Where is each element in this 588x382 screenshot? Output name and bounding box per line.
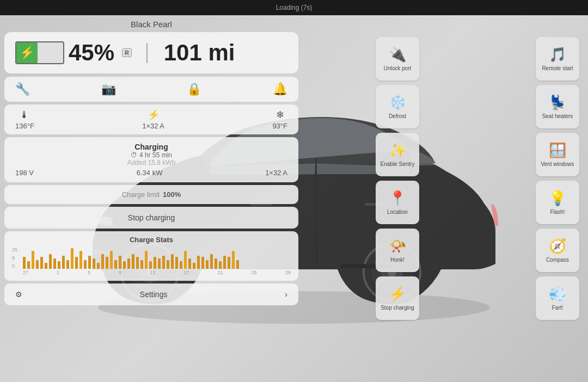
left-panel: Black Pearl ⚡ 45% R │ 101 mi 🔧: [4, 20, 298, 305]
alert-icon: 🔔: [273, 82, 287, 96]
chart-bar: [84, 260, 87, 269]
location-label: Location: [387, 209, 408, 215]
left-temp-item: 🌡 136°F: [15, 109, 34, 130]
status-icons-row: 🔧 📷 🔒 🔔: [4, 77, 298, 102]
right-temp-value: 93°F: [272, 122, 287, 130]
chart-bar: [71, 248, 74, 269]
chart-bar: [149, 261, 152, 269]
remote-start-label: Remote start: [542, 65, 573, 72]
chart-bar: [123, 261, 126, 269]
lock-icon: 🔒: [187, 82, 201, 96]
sentry-label: Enable Sentry: [381, 161, 415, 168]
battery-bar: ⚡: [15, 41, 64, 64]
battery-divider: │: [143, 44, 153, 62]
location-button[interactable]: 📍 Location: [376, 181, 419, 224]
middle-controls: 🔌 Unlock port ❄️ Defrost ✨ Enable Sentry…: [376, 37, 419, 320]
chart-bar: [32, 251, 34, 269]
sentry-icon: ✨: [389, 142, 406, 159]
chart-bar: [175, 257, 178, 269]
chart-bar: [97, 263, 100, 269]
chart-bar: [75, 257, 78, 269]
defrost-label: Defrost: [389, 113, 406, 120]
chart-bar: [114, 260, 117, 269]
chart-x-labels: 271591317212529: [23, 270, 291, 275]
chart-bar: [219, 261, 222, 269]
chart-bar: [223, 256, 226, 269]
range-display: 101 mi: [164, 40, 235, 66]
charge-stats-title: Charge Stats: [12, 236, 291, 244]
chart-bar: [110, 251, 113, 269]
charging-details-row: 198 V 6.34 kW 1×32 A: [15, 169, 287, 177]
lock-icon-item: 🔒: [187, 82, 201, 96]
compass-button[interactable]: 🧭 Compass: [536, 229, 579, 272]
chart-bar: [127, 258, 130, 269]
chart-bar: [193, 263, 195, 269]
y-label-8: 8: [12, 255, 17, 261]
charge-rate-value: 1×32 A: [142, 122, 164, 130]
location-icon: 📍: [389, 190, 406, 207]
charge-limit-value: 100%: [163, 190, 181, 199]
charging-power: 6.34 kW: [137, 169, 163, 177]
camera-icon-item: 📷: [101, 82, 116, 96]
chart-bar: [167, 260, 169, 269]
chart-bar: [49, 254, 52, 269]
chart-bar: [58, 261, 60, 269]
seat-heaters-label: Seat heaters: [542, 113, 573, 120]
chart-bar: [188, 258, 191, 269]
settings-chevron-icon: ›: [285, 290, 287, 299]
remote-start-button[interactable]: 🎵 Remote start: [536, 37, 579, 81]
chart-bar: [40, 257, 43, 269]
fart-icon: 💨: [549, 286, 566, 303]
flash-icon: 💡: [549, 190, 566, 207]
unlock-port-button[interactable]: 🔌 Unlock port: [376, 37, 419, 81]
battery-r-badge: R: [122, 48, 132, 57]
chart-bar: [106, 257, 108, 269]
bolt-icon: ⚡: [20, 46, 34, 60]
charge-limit-label: Charge limit: [122, 190, 160, 199]
top-bar: Loading (7s): [0, 0, 588, 15]
charging-time: ⏱ 4 hr 55 min: [15, 151, 287, 159]
remote-start-icon: 🎵: [549, 46, 566, 63]
chart-bar: [206, 260, 209, 269]
stop-charging-ctrl-button[interactable]: ⚡ Stop charging: [376, 276, 419, 320]
chart-bar: [62, 256, 65, 269]
right-controls: 🎵 Remote start 💺 Seat heaters 🪟 Vent win…: [536, 37, 579, 320]
charging-added: Added 15.8 kWh: [15, 159, 287, 167]
chart-bar: [197, 256, 200, 269]
seat-heaters-button[interactable]: 💺 Seat heaters: [536, 85, 579, 128]
settings-gear-icon: ⚙: [15, 290, 22, 299]
chart-bar: [136, 257, 139, 269]
defrost-button[interactable]: ❄️ Defrost: [376, 85, 419, 128]
flash-button[interactable]: 💡 Flash!: [536, 181, 579, 224]
chart-bar: [23, 257, 26, 269]
settings-row[interactable]: ⚙ Settings ›: [4, 284, 298, 305]
chart-bar: [119, 256, 121, 269]
stop-charging-button[interactable]: Stop charging: [4, 207, 298, 229]
chart-bar: [79, 251, 82, 269]
enable-sentry-button[interactable]: ✨ Enable Sentry: [376, 133, 419, 176]
honk-button[interactable]: 📯 Honk!: [376, 229, 419, 272]
vent-windows-button[interactable]: 🪟 Vent windows: [536, 133, 579, 176]
fart-button[interactable]: 💨 Fart!: [536, 276, 579, 320]
charge-rate-item: ⚡ 1×32 A: [142, 109, 164, 130]
chart-bar: [210, 254, 213, 269]
chart-bar: [215, 258, 217, 269]
battery-icon-container: ⚡: [15, 41, 64, 64]
chart-bar: [93, 258, 95, 269]
snowflake-icon: ❄: [276, 109, 284, 121]
car-name: Black Pearl: [4, 20, 298, 29]
main-area: Black Pearl ⚡ 45% R │ 101 mi 🔧: [0, 15, 588, 382]
unlock-port-icon: 🔌: [389, 46, 406, 63]
honk-label: Honk!: [390, 257, 405, 263]
compass-label: Compass: [546, 257, 569, 263]
chart-bar: [201, 257, 204, 269]
honk-icon: 📯: [389, 238, 406, 255]
charge-icon: ⚡: [148, 109, 160, 121]
chart-bar: [132, 254, 134, 269]
battery-percent: 45%: [69, 40, 114, 66]
chart-y-labels: 25 8 0: [12, 247, 17, 276]
chart-area: 25 8 0 271591317212529: [12, 247, 291, 276]
seat-heaters-icon: 💺: [549, 94, 566, 111]
chart-bar: [228, 257, 230, 269]
chart-bar: [36, 260, 39, 269]
